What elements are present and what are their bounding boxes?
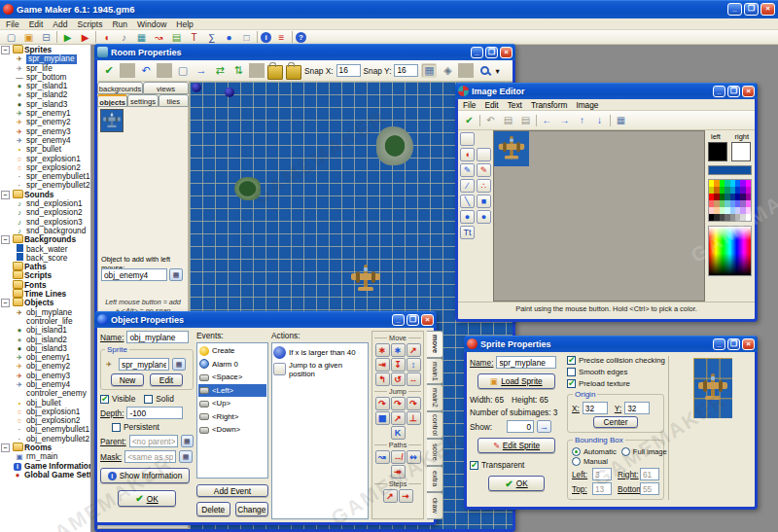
menu-item[interactable]: Text (508, 100, 522, 110)
event-item[interactable]: Create (198, 344, 266, 358)
delete-event-button[interactable]: Delete (196, 502, 230, 516)
room-instance-ball[interactable] (225, 88, 234, 97)
text-tool-icon[interactable]: Tt (460, 226, 475, 239)
undo-icon[interactable]: ↶ (138, 63, 154, 78)
path-action-icon[interactable]: ↭ (407, 450, 421, 464)
separator[interactable] (157, 63, 172, 78)
run-icon[interactable]: ▶ (60, 31, 75, 44)
grid-toggle-icon[interactable]: ▦ (421, 63, 437, 78)
separator[interactable] (120, 63, 135, 78)
close-button[interactable]: × (421, 314, 434, 326)
event-item[interactable]: Alarm 0 (198, 358, 266, 372)
spray-tool-icon[interactable]: ∴ (477, 179, 491, 193)
object-menu-button[interactable]: ▦ (169, 268, 183, 281)
menu-item[interactable]: Help (176, 19, 193, 29)
add-object-icon[interactable]: ● (222, 31, 236, 44)
minimize-button[interactable]: _ (392, 314, 405, 326)
snap-y-input[interactable]: 16 (394, 64, 418, 77)
automatic-radio[interactable] (572, 447, 581, 456)
minimize-button[interactable]: _ (713, 338, 725, 350)
room-instance-plane[interactable] (349, 263, 382, 296)
path-action-icon[interactable]: ↮ (391, 450, 406, 464)
event-item[interactable]: <Down> (198, 423, 266, 437)
action-tab[interactable]: main2 (427, 384, 443, 411)
move-action-icon[interactable]: ↰ (375, 372, 390, 386)
menu-item[interactable]: Run (112, 19, 127, 29)
parent-input[interactable] (129, 435, 178, 447)
right-color-swatch[interactable] (731, 142, 751, 161)
new-icon[interactable]: ▢ (4, 31, 18, 44)
move-down-icon[interactable]: ↓ (592, 114, 607, 126)
move-action-icon[interactable]: ↺ (391, 372, 406, 386)
depth-input[interactable] (126, 407, 183, 419)
minimize-button[interactable]: _ (727, 3, 742, 16)
menu-item[interactable]: Transform (531, 100, 568, 110)
save-icon[interactable]: ⊟ (39, 31, 53, 44)
confirm-icon[interactable]: ✔ (101, 63, 117, 78)
dropper-tool-icon[interactable]: ∕ (460, 179, 475, 193)
paste-icon[interactable]: ▤ (518, 114, 533, 126)
ok-button[interactable]: ✔ OK (118, 490, 176, 507)
menu-item[interactable]: Add (53, 19, 67, 29)
action-tab[interactable]: main1 (427, 358, 443, 385)
origin-x-input[interactable] (583, 402, 608, 414)
run-debug-icon[interactable]: ▶ (78, 31, 92, 44)
object-preview[interactable] (100, 109, 124, 132)
action-item[interactable]: Jump to a given position (273, 361, 367, 377)
sort-v-icon[interactable]: ⇅ (230, 63, 246, 78)
rect-tool-icon[interactable]: ■ (477, 195, 491, 208)
sprite-cell[interactable] (494, 131, 529, 166)
next-subimage-button[interactable]: → (537, 420, 551, 433)
action-tab[interactable]: draw (427, 492, 443, 519)
select-tool-icon[interactable] (477, 148, 491, 161)
preload-texture-checkbox[interactable] (567, 379, 576, 388)
move-action-icon[interactable]: ↔ (407, 372, 421, 386)
palette-color[interactable] (746, 194, 751, 200)
room-tab[interactable]: settings (127, 94, 158, 107)
parent-menu-button[interactable]: ▦ (181, 435, 194, 447)
close-button[interactable]: × (742, 338, 755, 350)
game-settings-icon[interactable]: ≡ (274, 31, 289, 44)
move-right-icon[interactable]: → (557, 114, 572, 126)
step-action-icon[interactable]: ⇢ (399, 489, 413, 503)
edit-sprite-button[interactable]: Edit (150, 373, 183, 386)
maximize-button[interactable]: ❐ (485, 47, 498, 58)
add-font-icon[interactable]: T (187, 31, 201, 44)
jump-action-icon[interactable]: ↷ (391, 397, 406, 410)
bbox-right-input[interactable] (640, 468, 659, 480)
action-tab[interactable]: score (427, 439, 443, 466)
visible-checkbox[interactable] (100, 395, 109, 404)
minimize-button[interactable]: _ (471, 47, 483, 58)
lock2-icon[interactable] (286, 65, 301, 80)
menu-item[interactable]: Edit (29, 19, 44, 29)
add-sound-icon[interactable]: ♪ (117, 31, 131, 44)
origin-y-input[interactable] (624, 402, 650, 414)
shift-icon[interactable]: → (194, 63, 209, 78)
game-info-icon[interactable]: i (261, 32, 271, 43)
help-icon[interactable]: ? (296, 32, 306, 43)
add-sprite-icon[interactable]: ◖ (99, 31, 114, 44)
room-instance-island[interactable] (376, 126, 413, 165)
load-sprite-button[interactable]: ▣ Load Sprite (477, 373, 555, 389)
minimize-button[interactable]: _ (713, 86, 725, 97)
maximize-button[interactable]: ❐ (727, 338, 740, 350)
action-tab[interactable]: move (427, 331, 443, 358)
room-tab[interactable]: backgrounds (97, 82, 143, 94)
center-button[interactable]: Center (593, 416, 638, 428)
open-icon[interactable]: ▣ (21, 31, 36, 44)
copy-icon[interactable]: ▤ (501, 114, 515, 126)
undo-icon[interactable]: ↶ (483, 114, 498, 126)
close-button[interactable]: × (500, 47, 513, 58)
filled-ellipse-tool-icon[interactable]: ● (477, 210, 491, 224)
clear-icon[interactable]: ▢ (175, 63, 191, 78)
fill-tool-icon[interactable]: ◖ (460, 148, 475, 161)
add-background-icon[interactable]: ▦ (134, 31, 149, 44)
room-tab[interactable]: tiles (159, 94, 189, 107)
move-action-icon[interactable]: ∗ (375, 343, 390, 357)
mask-input[interactable] (124, 450, 176, 463)
event-item[interactable]: <Space> (198, 371, 266, 384)
restore-button[interactable]: ❐ (744, 3, 759, 16)
step-action-icon[interactable]: ↗ (383, 489, 398, 503)
action-tab[interactable]: control (427, 411, 443, 439)
mask-menu-button[interactable]: ▦ (179, 450, 193, 463)
